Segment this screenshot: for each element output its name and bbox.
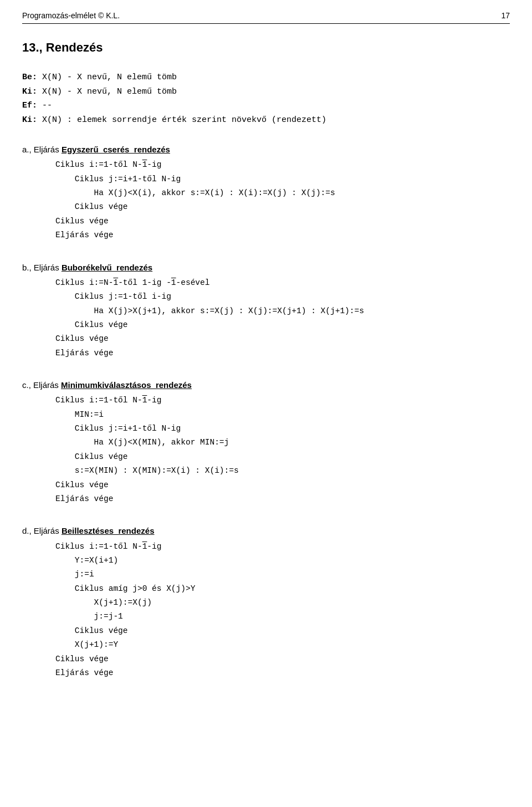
code-line-b-5: Eljárás vége — [55, 346, 510, 360]
ef-label: Ef: — [22, 99, 37, 113]
ki2-label: Ki: — [22, 113, 37, 127]
code-line-c-2: Ciklus j:=i+1-től N-ig — [55, 422, 510, 436]
procedure-d: d., Eljárás Beillesztéses_rendezésCiklus… — [22, 524, 510, 680]
code-line-b-3: Ciklus vége — [55, 318, 510, 332]
io-ki: Ki: X(N) - X nevű, N elemű tömb — [22, 85, 510, 99]
be-label: Be: — [22, 70, 37, 85]
procedure-a: a., Eljárás Egyszerű_cserés_rendezésCikl… — [22, 142, 510, 243]
procedure-intro-d: d., Eljárás Beillesztéses_rendezés — [22, 524, 510, 538]
code-line-c-5: s:=X(MIN) : X(MIN):=X(i) : X(i):=s — [55, 464, 510, 478]
code-line-d-2: j:=i — [55, 568, 510, 581]
code-line-a-5: Eljárás vége — [55, 228, 510, 242]
header-left: Programozás-elmélet © K.L. — [22, 11, 120, 20]
procedure-intro-b: b., Eljárás Buborékelvű_rendezés — [22, 261, 510, 275]
code-line-a-4: Ciklus vége — [55, 214, 510, 228]
code-line-c-1: MIN:=i — [55, 408, 510, 422]
code-line-c-0: Ciklus i:=1-től N-1-ig — [55, 394, 510, 407]
code-block-c: Ciklus i:=1-től N-1-ig MIN:=i Ciklus j:=… — [22, 394, 510, 506]
procedures-container: a., Eljárás Egyszerű_cserés_rendezésCikl… — [22, 142, 510, 680]
code-line-d-4: X(j+1):=X(j) — [55, 596, 510, 610]
code-line-a-2: Ha X(j)<X(i), akkor s:=X(i) : X(i):=X(j)… — [55, 186, 510, 200]
code-line-d-6: Ciklus vége — [55, 624, 510, 638]
code-line-c-4: Ciklus vége — [55, 450, 510, 464]
ki2-text: X(N) : elemek sorrendje érték szerint nö… — [37, 113, 326, 127]
procedure-intro-a: a., Eljárás Egyszerű_cserés_rendezés — [22, 142, 510, 157]
code-line-d-0: Ciklus i:=1-től N-1-ig — [55, 540, 510, 554]
ki-label: Ki: — [22, 85, 37, 99]
io-be: Be: X(N) - X nevű, N elemű tömb — [22, 70, 510, 85]
code-line-d-3: Ciklus amíg j>0 és X(j)>Y — [55, 582, 510, 596]
code-line-a-0: Ciklus i:=1-től N-1-ig — [55, 158, 510, 172]
io-ki2: Ki: X(N) : elemek sorrendje érték szerin… — [22, 113, 510, 127]
ef-text: -- — [37, 99, 52, 113]
io-ef: Ef: -- — [22, 99, 510, 113]
procedure-c: c., Eljárás Minimumkiválasztásos_rendezé… — [22, 378, 510, 506]
code-line-b-1: Ciklus j:=1-től i-ig — [55, 290, 510, 304]
io-block: Be: X(N) - X nevű, N elemű tömb Ki: X(N)… — [22, 70, 510, 127]
code-block-d: Ciklus i:=1-től N-1-ig Y:=X(i+1) j:=i Ci… — [22, 540, 510, 681]
section-title: 13., Rendezés — [22, 40, 510, 55]
code-line-b-2: Ha X(j)>X(j+1), akkor s:=X(j) : X(j):=X(… — [55, 304, 510, 318]
code-line-d-8: Ciklus vége — [55, 652, 510, 666]
code-line-d-5: j:=j-1 — [55, 610, 510, 624]
code-line-b-0: Ciklus i:=N-1-től 1-ig -1-esével — [55, 276, 510, 290]
code-line-d-9: Eljárás vége — [55, 666, 510, 680]
code-block-a: Ciklus i:=1-től N-1-ig Ciklus j:=i+1-től… — [22, 158, 510, 242]
code-line-a-3: Ciklus vége — [55, 200, 510, 214]
code-line-c-6: Ciklus vége — [55, 478, 510, 492]
be-text: X(N) - X nevű, N elemű tömb — [37, 70, 177, 85]
code-line-d-1: Y:=X(i+1) — [55, 554, 510, 568]
code-line-a-1: Ciklus j:=i+1-től N-ig — [55, 172, 510, 186]
code-line-d-7: X(j+1):=Y — [55, 638, 510, 652]
page-header: Programozás-elmélet © K.L. 17 — [22, 11, 510, 24]
code-line-b-4: Ciklus vége — [55, 332, 510, 346]
procedure-intro-c: c., Eljárás Minimumkiválasztásos_rendezé… — [22, 378, 510, 392]
code-line-c-3: Ha X(j)<X(MIN), akkor MIN:=j — [55, 436, 510, 450]
procedure-b: b., Eljárás Buborékelvű_rendezésCiklus i… — [22, 261, 510, 361]
page-number: 17 — [501, 11, 510, 20]
code-block-b: Ciklus i:=N-1-től 1-ig -1-esével Ciklus … — [22, 276, 510, 360]
ki-text: X(N) - X nevű, N elemű tömb — [37, 85, 177, 99]
code-line-c-7: Eljárás vége — [55, 492, 510, 506]
